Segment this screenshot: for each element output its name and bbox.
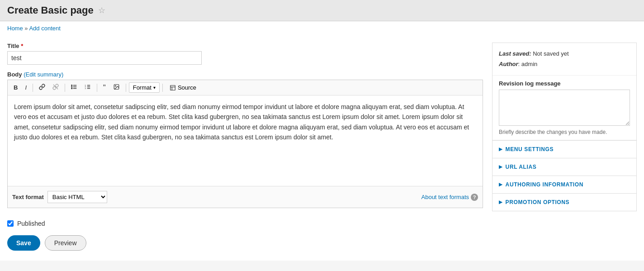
source-label: Source bbox=[178, 84, 196, 91]
text-format-label: Text format bbox=[12, 194, 44, 200]
right-panel: Last saved: Not saved yet Author: admin … bbox=[492, 43, 637, 211]
title-label: Title * bbox=[7, 43, 483, 49]
last-saved-row: Last saved: Not saved yet bbox=[499, 48, 630, 59]
author-label: Author bbox=[499, 61, 518, 67]
url-alias-section: ▶ URL ALIAS bbox=[492, 158, 636, 176]
meta-info: Last saved: Not saved yet Author: admin bbox=[492, 43, 636, 76]
favorite-icon[interactable]: ☆ bbox=[98, 5, 105, 15]
save-button[interactable]: Save bbox=[7, 235, 40, 251]
authoring-info-arrow: ▶ bbox=[499, 182, 503, 187]
svg-point-6 bbox=[71, 88, 72, 89]
blockquote-button[interactable]: " bbox=[100, 82, 109, 93]
toolbar-sep-3 bbox=[97, 84, 97, 92]
about-formats-link[interactable]: About text formats ? bbox=[421, 194, 478, 201]
svg-point-14 bbox=[115, 86, 116, 86]
edit-summary-link[interactable]: (Edit summary) bbox=[24, 71, 63, 78]
menu-settings-header[interactable]: ▶ MENU SETTINGS bbox=[492, 141, 636, 158]
editor-container: B I bbox=[7, 80, 483, 208]
author-row: Author: admin bbox=[499, 59, 630, 69]
last-saved-value: Not saved yet bbox=[533, 50, 569, 57]
toolbar-sep-5 bbox=[162, 84, 163, 92]
actions-row: Save Preview bbox=[7, 233, 483, 253]
promotion-options-label: PROMOTION OPTIONS bbox=[506, 199, 570, 205]
list-ul-button[interactable] bbox=[68, 82, 80, 93]
published-label: Published bbox=[17, 220, 45, 227]
revision-textarea[interactable] bbox=[499, 90, 630, 126]
image-button[interactable] bbox=[110, 82, 123, 93]
breadcrumb-separator: » bbox=[24, 25, 28, 32]
editor-toolbar: B I bbox=[8, 80, 483, 95]
preview-button[interactable]: Preview bbox=[45, 235, 86, 251]
page-header: Create Basic page ☆ bbox=[0, 0, 644, 21]
left-panel: Title * Body (Edit summary) B I bbox=[7, 43, 483, 253]
author-value: admin bbox=[521, 61, 537, 67]
url-alias-arrow: ▶ bbox=[499, 164, 503, 169]
svg-rect-15 bbox=[170, 85, 175, 90]
title-required: * bbox=[21, 43, 23, 49]
promotion-options-arrow: ▶ bbox=[499, 200, 503, 204]
authoring-info-label: AUTHORING INFORMATION bbox=[506, 181, 583, 188]
unlink-button[interactable] bbox=[49, 82, 62, 93]
menu-settings-arrow: ▶ bbox=[499, 147, 503, 152]
promotion-options-section: ▶ PROMOTION OPTIONS bbox=[492, 193, 636, 211]
main-layout: Title * Body (Edit summary) B I bbox=[0, 35, 644, 261]
format-label: Format bbox=[133, 84, 152, 91]
link-button[interactable] bbox=[36, 82, 48, 93]
editor-content-area[interactable]: Lorem ipsum dolor sit amet, consetetur s… bbox=[8, 95, 483, 186]
svg-text:3: 3 bbox=[85, 87, 86, 90]
menu-settings-section: ▶ MENU SETTINGS bbox=[492, 140, 636, 158]
list-ol-button[interactable]: 1 2 3 bbox=[81, 82, 94, 93]
text-format-row: Text format Basic HTML Full HTML Plain t… bbox=[8, 186, 483, 208]
body-field: Body (Edit summary) B I bbox=[7, 71, 483, 208]
last-saved-label: Last saved: bbox=[499, 50, 531, 57]
text-format-left: Text format Basic HTML Full HTML Plain t… bbox=[12, 191, 107, 203]
breadcrumb-home[interactable]: Home bbox=[7, 25, 23, 32]
title-input[interactable] bbox=[7, 51, 202, 65]
promotion-options-header[interactable]: ▶ PROMOTION OPTIONS bbox=[492, 194, 636, 211]
authoring-info-section: ▶ AUTHORING INFORMATION bbox=[492, 176, 636, 193]
help-icon: ? bbox=[471, 194, 478, 201]
svg-point-4 bbox=[71, 85, 72, 86]
url-alias-label: URL ALIAS bbox=[506, 164, 537, 170]
page-title: Create Basic page bbox=[7, 5, 94, 16]
title-field: Title * bbox=[7, 43, 483, 65]
format-group: Format ▾ bbox=[129, 82, 160, 93]
bold-button[interactable]: B bbox=[10, 82, 21, 93]
breadcrumb-add-content[interactable]: Add content bbox=[29, 25, 60, 32]
toolbar-sep-4 bbox=[126, 84, 126, 92]
menu-settings-label: MENU SETTINGS bbox=[506, 146, 554, 152]
authoring-info-header[interactable]: ▶ AUTHORING INFORMATION bbox=[492, 176, 636, 193]
format-arrow: ▾ bbox=[153, 85, 156, 90]
text-format-select[interactable]: Basic HTML Full HTML Plain text Restrict… bbox=[47, 191, 107, 203]
revision-label: Revision log message bbox=[499, 80, 630, 87]
body-label: Body (Edit summary) bbox=[7, 71, 483, 78]
source-button[interactable]: Source bbox=[166, 82, 200, 93]
toolbar-sep-1 bbox=[33, 84, 33, 92]
url-alias-header[interactable]: ▶ URL ALIAS bbox=[492, 158, 636, 176]
published-checkbox[interactable] bbox=[7, 220, 14, 227]
published-row: Published bbox=[7, 214, 483, 233]
toolbar-sep-2 bbox=[65, 84, 65, 92]
format-dropdown-button[interactable]: Format ▾ bbox=[129, 82, 160, 93]
breadcrumb: Home » Add content bbox=[0, 21, 644, 35]
revision-hint: Briefly describe the changes you have ma… bbox=[499, 129, 630, 135]
revision-section: Revision log message Briefly describe th… bbox=[492, 76, 636, 140]
svg-point-5 bbox=[71, 86, 72, 87]
meta-box: Last saved: Not saved yet Author: admin … bbox=[492, 43, 637, 211]
italic-button[interactable]: I bbox=[22, 82, 30, 93]
